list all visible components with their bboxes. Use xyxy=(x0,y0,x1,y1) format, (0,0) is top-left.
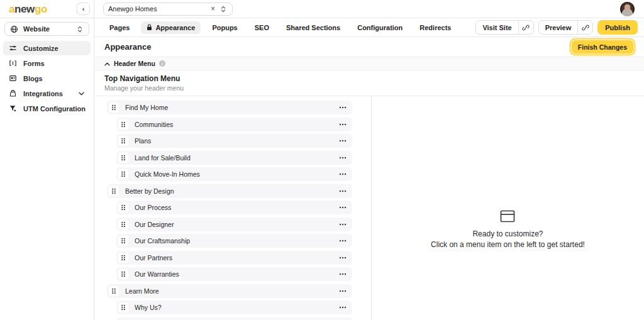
external-link-icon[interactable] xyxy=(518,21,533,34)
menu-item-label: Communities xyxy=(135,121,339,128)
lock-icon xyxy=(147,24,152,31)
sidebar-item-integrations[interactable]: Integrations xyxy=(3,86,91,101)
more-options-icon[interactable] xyxy=(339,157,347,159)
more-options-icon[interactable] xyxy=(339,140,347,142)
drag-handle-icon[interactable] xyxy=(109,286,119,296)
drag-handle-icon[interactable] xyxy=(118,236,128,246)
more-options-icon[interactable] xyxy=(339,306,347,309)
drag-handle-icon[interactable] xyxy=(118,269,128,279)
sidebar: anewgo ‹ Website xyxy=(0,0,94,320)
customize-empty-state: Ready to customize? Click on a menu item… xyxy=(371,96,644,320)
menu-item-row[interactable] xyxy=(116,317,352,320)
menu-item-row[interactable]: Find My Home xyxy=(107,101,352,114)
browser-window-icon xyxy=(500,210,515,223)
more-options-icon[interactable] xyxy=(339,123,347,126)
empty-state-subtitle: Click on a menu item on the left to get … xyxy=(431,240,585,249)
sidebar-item-customize[interactable]: Customize xyxy=(3,41,91,55)
publish-button[interactable]: Publish xyxy=(597,20,638,35)
drag-handle-icon[interactable] xyxy=(118,169,128,179)
logo-part: a xyxy=(9,3,14,15)
info-icon[interactable]: i xyxy=(159,60,165,67)
blogs-icon xyxy=(8,74,17,83)
menu-item-row[interactable]: Our Warranties xyxy=(116,267,352,281)
external-link-icon[interactable] xyxy=(577,21,592,34)
drag-handle-icon[interactable] xyxy=(118,302,128,312)
customize-icon xyxy=(8,44,17,53)
page-header: Appearance Finish Changes xyxy=(94,37,644,57)
drag-handle-icon[interactable] xyxy=(109,186,119,196)
menu-item-row[interactable]: Our Craftsmanship xyxy=(116,234,352,248)
drag-handle-icon[interactable] xyxy=(118,253,128,263)
tab-appearance[interactable]: Appearance xyxy=(141,21,201,34)
more-options-icon[interactable] xyxy=(339,290,347,292)
drag-handle-icon[interactable] xyxy=(118,119,128,130)
user-avatar[interactable] xyxy=(620,2,635,16)
tab-popups[interactable]: Popups xyxy=(206,21,243,34)
tab-configuration[interactable]: Configuration xyxy=(352,21,408,34)
sidebar-item-label: Forms xyxy=(23,60,86,67)
menu-item-row[interactable]: Our Partners xyxy=(116,251,352,265)
website-select-label: Website xyxy=(23,25,70,33)
menu-item-row[interactable]: Communities xyxy=(116,118,352,131)
more-options-icon[interactable] xyxy=(339,173,347,175)
menu-item-row[interactable]: Quick Move-In Homes xyxy=(116,167,352,181)
more-options-icon[interactable] xyxy=(339,206,347,209)
menu-item-list: Find My Home Communities Plans Land for … xyxy=(94,96,371,320)
drag-handle-icon[interactable] xyxy=(118,202,128,212)
tab-label: Redirects xyxy=(419,24,451,31)
empty-state-title: Ready to customize? xyxy=(472,229,543,238)
menu-item-row[interactable]: Land for Sale/Build xyxy=(116,151,352,165)
collapse-sidebar-button[interactable]: ‹ xyxy=(77,3,90,15)
chevron-up-icon[interactable] xyxy=(104,62,110,66)
select-arrows-icon xyxy=(75,25,84,33)
drag-handle-icon[interactable] xyxy=(118,219,128,229)
tab-redirects[interactable]: Redirects xyxy=(414,21,457,34)
menu-item-label: Plans xyxy=(135,137,339,145)
globe-icon xyxy=(9,25,18,33)
drag-handle-icon[interactable] xyxy=(118,136,128,146)
sidebar-nav: Customize Forms Blogs xyxy=(0,40,94,117)
forms-icon xyxy=(8,59,17,68)
menu-item-row[interactable]: Plans xyxy=(116,134,352,148)
sidebar-item-forms[interactable]: Forms xyxy=(3,56,91,70)
menu-item-row[interactable]: Why Us? xyxy=(116,301,352,314)
drag-handle-icon[interactable] xyxy=(109,102,119,113)
more-options-icon[interactable] xyxy=(339,257,347,259)
more-options-icon[interactable] xyxy=(339,223,347,226)
website-select[interactable]: Website xyxy=(4,22,89,36)
main-area: Anewgo Homes × Pages xyxy=(94,0,644,320)
visit-site-button[interactable]: Visit Site xyxy=(475,20,533,35)
finish-changes-button[interactable]: Finish Changes xyxy=(572,40,633,53)
more-options-icon[interactable] xyxy=(339,273,347,275)
menu-item-row[interactable]: Better by Design xyxy=(107,184,352,198)
tab-label: Configuration xyxy=(357,24,402,31)
select-arrows-icon xyxy=(219,4,228,13)
empty-state-inner: Ready to customize? Click on a menu item… xyxy=(431,210,585,249)
menu-item-label: Our Craftsmanship xyxy=(135,237,339,245)
tab-pages[interactable]: Pages xyxy=(104,21,135,34)
clear-icon[interactable]: × xyxy=(211,4,215,13)
preview-button[interactable]: Preview xyxy=(538,20,594,35)
tab-label: Popups xyxy=(212,24,237,31)
visit-site-label[interactable]: Visit Site xyxy=(476,21,518,34)
tab-shared-sections[interactable]: Shared Sections xyxy=(280,21,346,34)
drag-handle-icon[interactable] xyxy=(118,153,128,163)
menu-item-label: Land for Sale/Build xyxy=(135,154,339,162)
site-selector[interactable]: Anewgo Homes × xyxy=(103,3,233,16)
menu-item-row[interactable]: Learn More xyxy=(107,284,352,298)
integrations-icon xyxy=(8,89,17,98)
panel-subtitle: Manage your header menu xyxy=(104,84,634,92)
tab-seo[interactable]: SEO xyxy=(249,21,275,34)
sidebar-item-label: Integrations xyxy=(23,90,70,97)
chevron-down-icon[interactable] xyxy=(77,89,86,98)
sidebar-item-blogs[interactable]: Blogs xyxy=(3,71,91,86)
menu-item-row[interactable]: Our Designer xyxy=(116,218,352,231)
more-options-icon[interactable] xyxy=(339,190,347,192)
preview-label[interactable]: Preview xyxy=(539,21,578,34)
more-options-icon[interactable] xyxy=(339,106,347,109)
action-buttons: Visit Site Preview xyxy=(475,20,638,35)
menu-item-row[interactable]: Our Process xyxy=(116,201,352,214)
header-menu-section-bar[interactable]: Header Menu i xyxy=(94,57,644,70)
more-options-icon[interactable] xyxy=(339,240,347,242)
sidebar-item-utm-configuration[interactable]: UTM Configuration xyxy=(3,101,91,116)
